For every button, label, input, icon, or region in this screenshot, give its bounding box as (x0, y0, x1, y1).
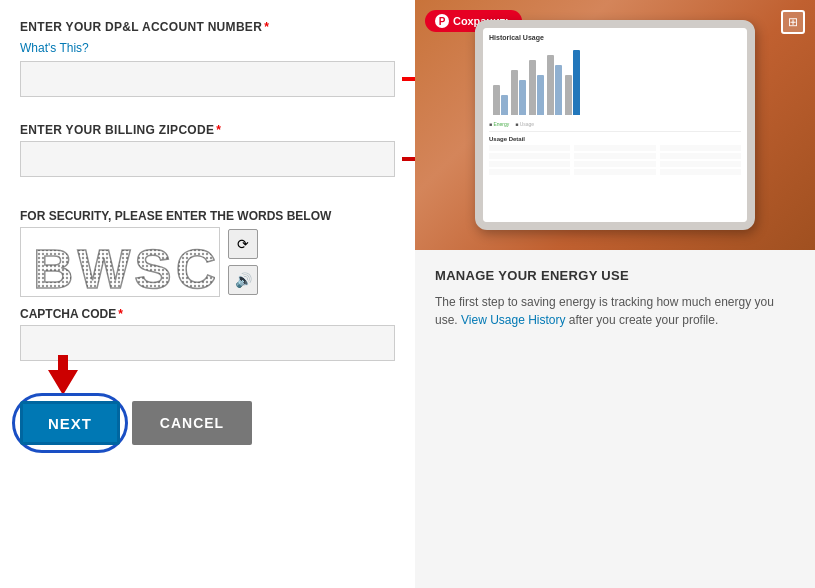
usage-detail-title: Usage Detail (489, 136, 741, 142)
bar-2b (519, 80, 526, 115)
expand-button[interactable]: ⊞ (781, 10, 805, 34)
tablet-screen: Historical Usage (483, 28, 747, 222)
cancel-button[interactable]: CANCEL (132, 401, 252, 445)
zipcode-label: ENTER YOUR BILLING ZIPCODE* (20, 123, 395, 137)
bar-1b (501, 95, 508, 115)
cell-5 (574, 153, 655, 159)
cell-2 (574, 145, 655, 151)
account-number-label: ENTER YOUR DP&L ACCOUNT NUMBER* (20, 20, 395, 34)
captcha-image-area: BWSCB BWSCB ⟳ 🔊 (20, 227, 395, 297)
captcha-refresh-button[interactable]: ⟳ (228, 229, 258, 259)
cell-12 (660, 169, 741, 175)
left-panel: ENTER YOUR DP&L ACCOUNT NUMBER* What's T… (0, 0, 415, 588)
next-button[interactable]: NEXT (20, 401, 120, 445)
cell-6 (660, 153, 741, 159)
zipcode-input[interactable] (20, 141, 395, 177)
captcha-code-section: CAPTCHA CODE* (20, 307, 395, 361)
tablet-mockup: Historical Usage (475, 20, 755, 230)
account-input-wrapper (20, 61, 395, 97)
pinterest-icon: P (435, 14, 449, 28)
manage-description: The first step to saving energy is track… (435, 293, 795, 329)
right-panel: P Сохранить ⊞ Historical Usage (415, 0, 815, 588)
whats-this-link[interactable]: What's This? (20, 41, 89, 55)
table-row-3 (489, 161, 741, 167)
manage-text-2: after you create your profile. (569, 313, 718, 327)
security-label: FOR SECURITY, PLEASE ENTER THE WORDS BEL… (20, 209, 395, 223)
legend-item-2: ■ Usage (515, 121, 534, 127)
captcha-audio-button[interactable]: 🔊 (228, 265, 258, 295)
table-row-2 (489, 153, 741, 159)
cell-9 (660, 161, 741, 167)
bar-5b (573, 50, 580, 115)
bar-4b (555, 65, 562, 115)
right-content-area: MANAGE YOUR ENERGY USE The first step to… (415, 250, 815, 588)
bar-group-1 (493, 85, 508, 115)
bar-4a (547, 55, 554, 115)
usage-history-link[interactable]: View Usage History (461, 313, 565, 327)
bar-5a (565, 75, 572, 115)
captcha-input[interactable] (20, 325, 395, 361)
usage-table: Usage Detail (489, 131, 741, 177)
bar-3b (537, 75, 544, 115)
bar-3a (529, 60, 536, 115)
zipcode-label-text: ENTER YOUR BILLING ZIPCODE (20, 123, 214, 137)
captcha-label-text: CAPTCHA CODE (20, 307, 116, 321)
captcha-controls: ⟳ 🔊 (228, 229, 258, 295)
bar-group-4 (547, 55, 562, 115)
cell-4 (489, 153, 570, 159)
captcha-display: BWSCB BWSCB (20, 227, 220, 297)
bar-1a (493, 85, 500, 115)
zipcode-input-wrapper (20, 141, 395, 177)
zipcode-required-star: * (216, 123, 221, 137)
chart-title: Historical Usage (489, 34, 741, 41)
right-image-area: P Сохранить ⊞ Historical Usage (415, 0, 815, 250)
account-number-section: ENTER YOUR DP&L ACCOUNT NUMBER* What's T… (20, 20, 395, 97)
cell-1 (489, 145, 570, 151)
bar-2a (511, 70, 518, 115)
table-row-1 (489, 145, 741, 151)
next-button-wrapper: NEXT (20, 401, 120, 445)
cell-10 (489, 169, 570, 175)
captcha-required-star: * (118, 307, 123, 321)
chart-legend: ■ Energy ■ Usage (489, 121, 741, 127)
bar-group-3 (529, 60, 544, 115)
captcha-section: FOR SECURITY, PLEASE ENTER THE WORDS BEL… (20, 209, 395, 379)
manage-title: MANAGE YOUR ENERGY USE (435, 268, 795, 283)
cell-11 (574, 169, 655, 175)
zipcode-section: ENTER YOUR BILLING ZIPCODE* (20, 123, 395, 177)
account-label-text: ENTER YOUR DP&L ACCOUNT NUMBER (20, 20, 262, 34)
cell-7 (489, 161, 570, 167)
account-required-star: * (264, 20, 269, 34)
legend-item-1: ■ Energy (489, 121, 509, 127)
svg-text:BWSCB: BWSCB (33, 237, 215, 296)
account-number-input[interactable] (20, 61, 395, 97)
bar-group-5 (565, 50, 580, 115)
chart-bars (489, 45, 741, 115)
cell-8 (574, 161, 655, 167)
bar-group-2 (511, 70, 526, 115)
captcha-code-label: CAPTCHA CODE* (20, 307, 395, 321)
captcha-svg: BWSCB BWSCB (25, 228, 215, 296)
buttons-section: NEXT CANCEL (20, 401, 395, 445)
table-row-4 (489, 169, 741, 175)
cell-3 (660, 145, 741, 151)
